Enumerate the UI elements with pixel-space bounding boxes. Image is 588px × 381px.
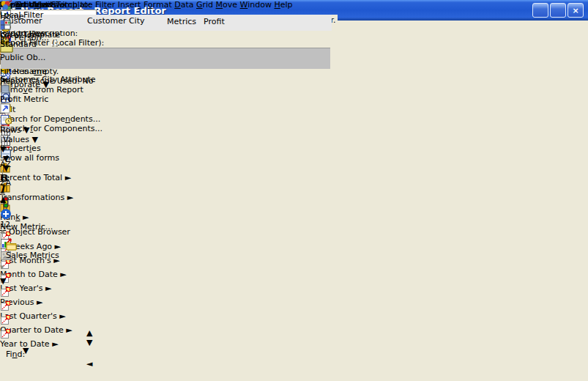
status-local-template: Local Template (0, 20, 60, 40)
object-browser-title: Object Browser (9, 227, 70, 237)
resize-grip-icon[interactable] (49, 38, 59, 48)
status-local-filter: Local Filter (0, 0, 60, 20)
dropdown-arrow-icon[interactable]: ▼ (23, 346, 29, 355)
scrollbar-track[interactable] (86, 245, 98, 328)
object-browser-folder-combo[interactable]: Sales Metrics (6, 241, 85, 259)
folder-value: Sales Metrics (6, 251, 59, 260)
close-button[interactable]: × (567, 3, 584, 18)
menu-data[interactable]: Data (174, 0, 193, 10)
scrollbar-thumb[interactable] (86, 369, 133, 380)
scrollbar-corner (232, 330, 244, 341)
menu-format[interactable]: Format (144, 0, 172, 10)
status-bar: Local Filter Local Template Standard (0, 0, 60, 49)
scroll-up-button[interactable]: ▲ (0, 195, 104, 204)
grid-line (1, 48, 330, 59)
scroll-up-icon: ▲ (86, 328, 92, 338)
submenu-arrow-icon: ► (59, 311, 65, 321)
profit-column-header[interactable]: Profit (204, 17, 225, 26)
scroll-up-icon: ▲ (0, 195, 6, 204)
local-filter-icon (0, 0, 11, 10)
scrollbar-track[interactable] (0, 86, 12, 195)
object-list[interactable]: ▲ ▼ ◄ ► (86, 245, 244, 341)
menu-move[interactable]: Move (216, 0, 238, 10)
customer-city-row-header[interactable]: Customer City (87, 16, 145, 26)
menu-help[interactable]: Help (274, 0, 292, 10)
report-editor-screen: { "window": { "title": "New Report - Rep… (0, 0, 588, 381)
scroll-down-icon: ▼ (0, 276, 6, 286)
open-folder-icon (6, 241, 17, 251)
close-icon: × (572, 6, 578, 15)
find-input[interactable]: ▼ (23, 346, 219, 361)
grid-empty-data-row (1, 48, 330, 59)
menu-insert[interactable]: Insert (118, 0, 141, 10)
scroll-up-button[interactable]: ▲ (86, 328, 244, 338)
menu-grid[interactable]: Grid (196, 0, 213, 10)
minimize-button[interactable] (532, 3, 548, 18)
scrollbar-thumb[interactable] (0, 204, 12, 276)
submenu-arrow-icon: ► (37, 297, 42, 307)
menu-window[interactable]: Window (240, 0, 272, 10)
grid-line (1, 59, 330, 69)
maximize-button[interactable] (550, 3, 566, 18)
submenu-arrow-icon: ► (66, 325, 72, 335)
local-template-icon (0, 20, 11, 30)
